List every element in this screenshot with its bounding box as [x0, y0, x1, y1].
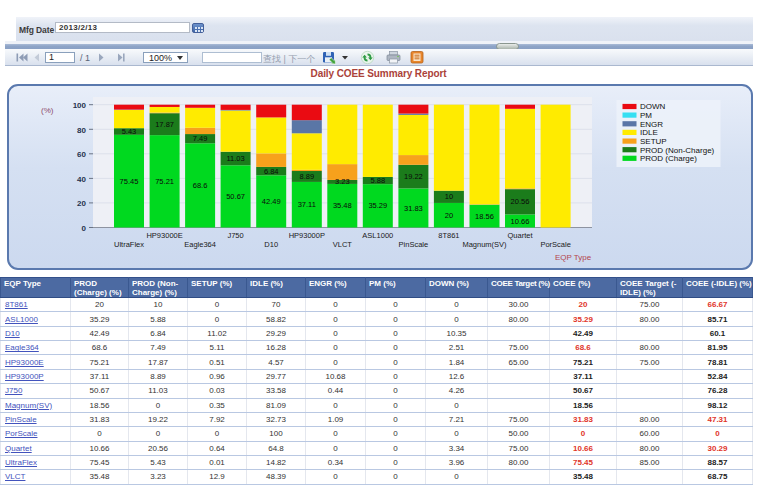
svg-text:20: 20	[445, 211, 453, 220]
svg-text:5.43: 5.43	[122, 127, 137, 136]
svg-text:31.83: 31.83	[404, 204, 423, 213]
svg-text:8T861: 8T861	[438, 231, 459, 240]
svg-text:7.49: 7.49	[193, 134, 208, 143]
svg-text:PinScale: PinScale	[399, 240, 429, 249]
svg-text:80: 80	[77, 126, 86, 135]
svg-text:6.84: 6.84	[264, 167, 279, 176]
svg-text:10.66: 10.66	[511, 217, 530, 226]
svg-text:Magnum(SV): Magnum(SV)	[462, 240, 507, 249]
svg-text:19.22: 19.22	[404, 172, 423, 181]
svg-text:11.03: 11.03	[226, 154, 244, 163]
svg-text:35.48: 35.48	[333, 201, 352, 210]
svg-text:50.67: 50.67	[226, 192, 245, 201]
svg-text:5.88: 5.88	[370, 176, 385, 185]
svg-text:UltraFlex: UltraFlex	[114, 240, 144, 249]
svg-text:Eagle364: Eagle364	[184, 240, 216, 249]
svg-text:Quartet: Quartet	[507, 231, 533, 240]
svg-text:HP93000P: HP93000P	[289, 231, 325, 240]
svg-text:75.21: 75.21	[155, 177, 174, 186]
svg-text:10: 10	[445, 192, 453, 201]
svg-text:8.89: 8.89	[299, 172, 314, 181]
svg-text:18.56: 18.56	[475, 212, 494, 221]
svg-text:20: 20	[77, 199, 86, 208]
svg-text:60: 60	[77, 150, 86, 159]
svg-text:20.56: 20.56	[511, 197, 530, 206]
svg-text:17.87: 17.87	[155, 120, 174, 129]
svg-text:J750: J750	[227, 231, 243, 240]
svg-text:0: 0	[82, 224, 87, 233]
svg-text:(%): (%)	[41, 106, 54, 115]
svg-text:75.45: 75.45	[120, 177, 139, 186]
svg-text:HP93000E: HP93000E	[146, 231, 182, 240]
svg-text:35.29: 35.29	[368, 201, 387, 210]
svg-text:42.49: 42.49	[262, 197, 281, 206]
svg-text:PM: PM	[640, 111, 652, 120]
svg-text:EQP Type: EQP Type	[555, 253, 592, 262]
svg-text:37.11: 37.11	[298, 200, 316, 209]
svg-text:40: 40	[77, 175, 86, 184]
svg-text:IDLE: IDLE	[640, 128, 658, 137]
svg-text:ASL1000: ASL1000	[362, 231, 393, 240]
svg-text:VLCT: VLCT	[333, 240, 353, 249]
svg-text:PorScale: PorScale	[540, 240, 570, 249]
svg-text:68.6: 68.6	[193, 181, 208, 190]
svg-text:3.23: 3.23	[335, 177, 350, 186]
svg-text:D10: D10	[264, 240, 278, 249]
svg-text:100: 100	[73, 101, 87, 110]
svg-text:PROD (Charge): PROD (Charge)	[640, 154, 697, 163]
